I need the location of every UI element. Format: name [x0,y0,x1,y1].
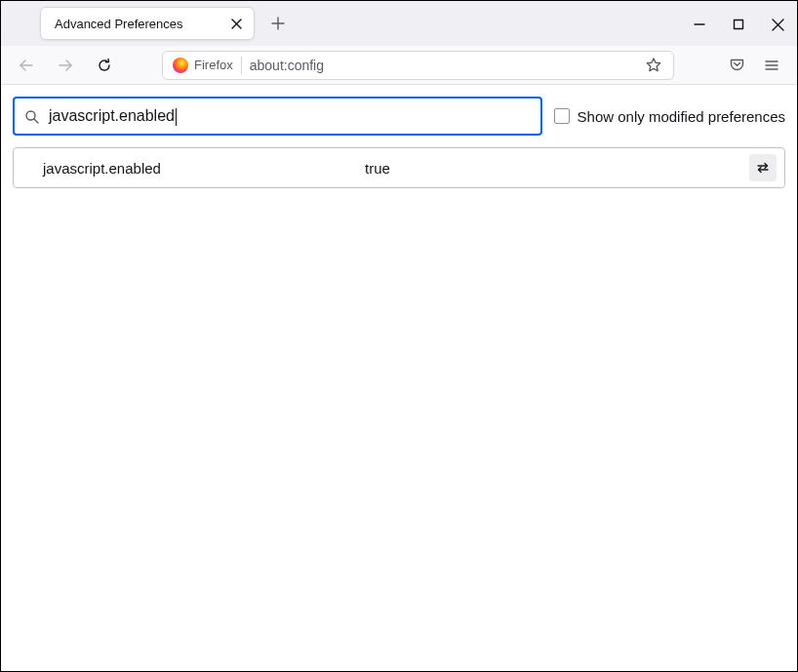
svg-line-14 [34,119,38,123]
search-row: javascript.enabled Show only modified pr… [13,97,785,136]
bookmark-button[interactable] [640,52,667,79]
maximize-icon [733,19,744,30]
preference-search-input[interactable]: javascript.enabled [13,97,542,136]
svg-rect-5 [735,20,743,29]
hamburger-icon [764,58,779,73]
toggle-icon [755,160,771,176]
address-bar[interactable]: Firefox about:config [162,51,674,80]
star-icon [645,57,662,74]
tab-strip: Advanced Preferences [1,1,292,40]
close-window-button[interactable] [758,11,797,38]
show-only-modified-toggle[interactable]: Show only modified preferences [554,108,785,125]
arrow-left-icon [19,58,34,73]
toolbar-end [721,50,787,81]
toggle-preference-button[interactable] [749,154,777,181]
close-icon [231,19,242,29]
browser-tab[interactable]: Advanced Preferences [40,7,255,40]
site-identity-label: Firefox [194,58,233,72]
window-controls [680,1,797,38]
new-tab-button[interactable] [264,10,292,37]
navigation-toolbar: Firefox about:config [1,46,797,85]
minimize-window-button[interactable] [680,11,719,38]
reload-icon [97,58,112,73]
close-tab-button[interactable] [228,16,244,31]
aboutconfig-content: javascript.enabled Show only modified pr… [1,85,797,200]
tab-title: Advanced Preferences [55,17,219,31]
checkbox-icon [554,108,570,124]
plus-icon [271,17,285,30]
firefox-logo-icon [173,58,188,73]
reload-button[interactable] [89,50,120,81]
app-menu-button[interactable] [756,50,787,81]
arrow-right-icon [58,58,73,73]
window-titlebar: Advanced Preferences [1,1,797,46]
maximize-window-button[interactable] [719,11,758,38]
search-value: javascript.enabled [49,107,176,125]
show-only-modified-label: Show only modified preferences [578,108,785,125]
url-text: about:config [250,58,632,73]
minimize-icon [694,19,705,30]
preference-value: true [365,160,749,177]
preference-row: javascript.enabled true [13,147,785,188]
search-icon [24,109,39,124]
back-button[interactable] [11,50,42,81]
forward-button[interactable] [50,50,81,81]
pocket-icon [729,57,745,73]
site-identity[interactable]: Firefox [173,58,233,73]
save-to-pocket-button[interactable] [721,50,752,81]
close-icon [772,19,784,31]
separator [241,57,242,74]
preference-name: javascript.enabled [43,160,365,177]
